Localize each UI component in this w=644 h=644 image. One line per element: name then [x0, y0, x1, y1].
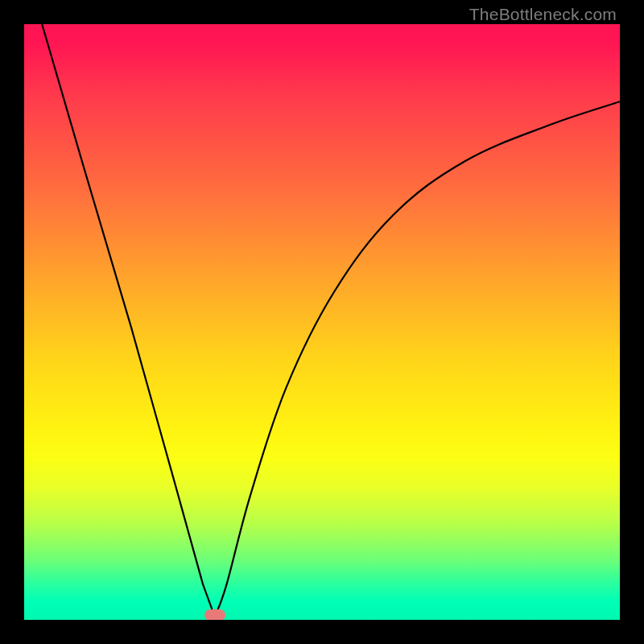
- plot-area: [24, 24, 620, 620]
- minimum-marker: [204, 609, 225, 620]
- bottleneck-curve: [24, 24, 620, 620]
- watermark-text: TheBottleneck.com: [469, 5, 617, 24]
